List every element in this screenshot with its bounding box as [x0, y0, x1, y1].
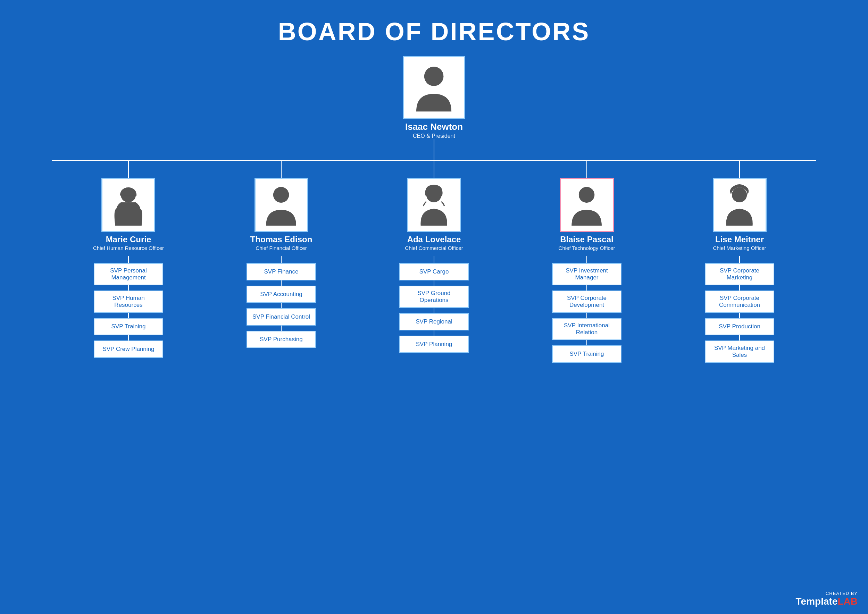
col-thomas-edison: Thomas Edison Chief Financial Officer SV…	[205, 161, 358, 348]
marie-curie-card: Marie Curie Chief Human Resource Officer	[93, 178, 164, 251]
svp-1-1: SVP Personal Management	[94, 263, 163, 285]
v-b2	[587, 285, 587, 290]
ceo-avatar-icon	[410, 63, 458, 112]
ceo-title: CEO & President	[413, 133, 455, 139]
v-l1	[739, 256, 740, 263]
v-t4	[281, 326, 281, 331]
ceo-card: Isaac Newton CEO & President	[403, 56, 465, 139]
lab-text: LAB	[837, 596, 857, 607]
ada-svp-chain: SVP Cargo SVP Ground Operations SVP Regi…	[399, 256, 469, 353]
svp-1-4: SVP Crew Planning	[94, 341, 163, 358]
svg-point-4	[579, 187, 595, 203]
svp-2-1: SVP Finance	[247, 263, 316, 281]
svp-5-3: SVP Production	[705, 318, 774, 335]
v-t3	[281, 303, 281, 308]
v-s2	[128, 285, 129, 290]
ceo-name: Isaac Newton	[405, 121, 463, 132]
page-title: BOARD OF DIRECTORS	[0, 0, 868, 56]
v-t2	[281, 281, 281, 286]
lise-title: Chief Marketing Officer	[713, 245, 766, 251]
svp-4-1: SVP Investment Manager	[552, 263, 621, 285]
ada-title: Chief Commercial Officer	[405, 245, 463, 251]
blaise-name: Blaise Pascal	[560, 235, 613, 244]
ada-avatar	[407, 178, 461, 232]
v-a3	[434, 308, 434, 313]
ada-avatar-icon	[413, 184, 455, 226]
watermark: CREATED BY TemplateLAB	[796, 591, 857, 607]
marie-avatar	[101, 178, 155, 232]
lise-avatar	[713, 178, 767, 232]
col-blaise-pascal: Blaise Pascal Chief Technology Officer S…	[510, 161, 663, 363]
brand: TemplateLAB	[796, 596, 857, 607]
ceo-avatar	[403, 56, 465, 119]
marie-name: Marie Curie	[106, 235, 151, 244]
marie-title: Chief Human Resource Officer	[93, 245, 164, 251]
v-l4	[739, 335, 740, 341]
thomas-name: Thomas Edison	[250, 235, 312, 244]
svp-1-2: SVP Human Resources	[94, 290, 163, 313]
v-a2	[434, 281, 434, 286]
thomas-svp-chain: SVP Finance SVP Accounting SVP Financial…	[247, 256, 316, 348]
template-text: Template	[796, 596, 838, 607]
svp-2-3: SVP Financial Control	[247, 308, 316, 326]
svp-3-3: SVP Regional	[399, 313, 469, 330]
lise-card: Lise Meitner Chief Marketing Officer	[713, 178, 767, 251]
v-t1	[281, 256, 281, 263]
marie-avatar-icon	[108, 184, 149, 226]
thomas-card: Thomas Edison Chief Financial Officer	[250, 178, 312, 251]
level2-row: Marie Curie Chief Human Resource Officer…	[52, 161, 816, 363]
svp-2-2: SVP Accounting	[247, 286, 316, 303]
blaise-avatar	[560, 178, 614, 232]
svp-5-4: SVP Marketing and Sales	[705, 341, 774, 363]
svp-4-2: SVP Corporate Development	[552, 290, 621, 313]
svp-1-3: SVP Training	[94, 318, 163, 335]
blaise-card: Blaise Pascal Chief Technology Officer	[559, 178, 615, 251]
col-ada-lovelace: Ada Lovelace Chief Commercial Officer SV…	[358, 161, 510, 353]
lise-avatar-icon	[719, 184, 760, 226]
svp-3-1: SVP Cargo	[399, 263, 469, 281]
v-b4	[587, 340, 587, 345]
lise-name: Lise Meitner	[715, 235, 764, 244]
svp-3-4: SVP Planning	[399, 336, 469, 353]
thomas-title: Chief Financial Officer	[256, 245, 307, 251]
v-s4	[128, 335, 129, 341]
svg-point-5	[732, 188, 747, 202]
svp-5-1: SVP Corporate Marketing	[705, 263, 774, 285]
ada-card: Ada Lovelace Chief Commercial Officer	[405, 178, 463, 251]
thomas-avatar-icon	[260, 184, 302, 226]
v-conn-1	[128, 161, 129, 178]
v-a4	[434, 330, 434, 336]
blaise-avatar-icon	[566, 184, 607, 226]
svg-point-2	[273, 187, 289, 203]
org-chart: Isaac Newton CEO & President	[0, 56, 868, 363]
v-s1	[128, 256, 129, 263]
v-l3	[739, 313, 740, 318]
v-b3	[587, 313, 587, 318]
col-marie-curie: Marie Curie Chief Human Resource Officer…	[52, 161, 205, 358]
svp-4-4: SVP Training	[552, 345, 621, 363]
svp-5-2: SVP Corporate Communication	[705, 290, 774, 313]
blaise-title: Chief Technology Officer	[559, 245, 615, 251]
lise-svp-chain: SVP Corporate Marketing SVP Corporate Co…	[705, 256, 774, 363]
horizontal-branch	[52, 160, 816, 161]
svg-point-0	[424, 67, 444, 87]
v-conn-3	[434, 161, 434, 178]
v-b1	[587, 256, 587, 263]
col-lise-meitner: Lise Meitner Chief Marketing Officer SVP…	[663, 161, 816, 363]
blaise-svp-chain: SVP Investment Manager SVP Corporate Dev…	[552, 256, 621, 363]
svp-3-2: SVP Ground Operations	[399, 286, 469, 308]
v-conn-5	[739, 161, 740, 178]
svp-2-4: SVP Purchasing	[247, 331, 316, 348]
created-by-label: CREATED BY	[826, 591, 857, 596]
v-l2	[739, 285, 740, 290]
v-a1	[434, 256, 434, 263]
page-container: BOARD OF DIRECTORS Isaac Newton CEO & Pr…	[0, 0, 868, 614]
ceo-connector-v	[434, 139, 434, 160]
marie-svp-chain: SVP Personal Management SVP Human Resour…	[94, 256, 163, 358]
thomas-avatar	[255, 178, 308, 232]
v-s3	[128, 313, 129, 318]
v-conn-4	[587, 161, 587, 178]
svp-4-3: SVP International Relation	[552, 318, 621, 340]
ada-name: Ada Lovelace	[407, 235, 461, 244]
v-conn-2	[281, 161, 281, 178]
